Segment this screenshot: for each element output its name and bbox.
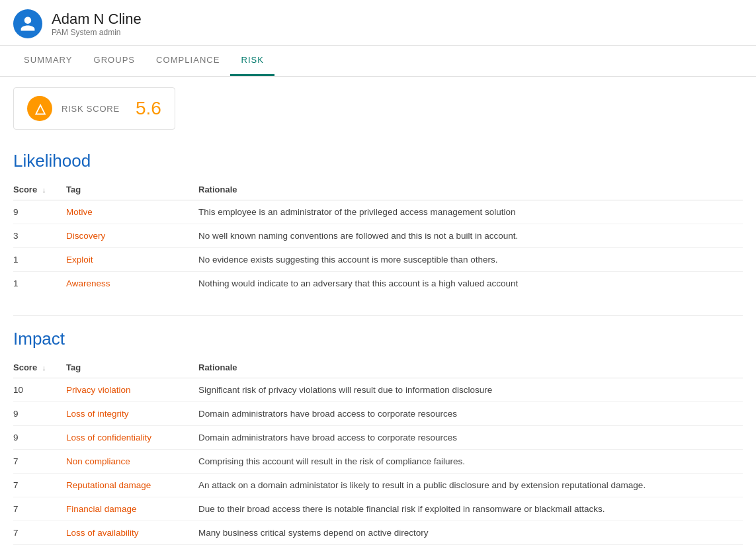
user-info: Adam N Cline PAM System admin — [52, 11, 142, 37]
tab-compliance[interactable]: COMPLIANCE — [146, 46, 230, 76]
likelihood-title: Likelihood — [13, 151, 743, 171]
likelihood-header-row: Score ↓ Tag Rationale — [13, 179, 743, 200]
section-divider — [13, 315, 743, 316]
likelihood-score-col-header: Score ↓ — [13, 179, 66, 200]
tag-cell: Exploit — [66, 248, 198, 272]
impact-tag-col-header: Tag — [66, 357, 198, 378]
rationale-cell: Domain administators can potentially adj… — [198, 545, 743, 548]
likelihood-table: Score ↓ Tag Rationale 9 Motive This empl… — [13, 179, 743, 295]
main-content: △ RISK SCORE 5.6 Likelihood Score ↓ Tag … — [0, 77, 756, 547]
risk-warning-icon: △ — [27, 96, 52, 121]
rationale-cell: Domain administrators have broad access … — [198, 426, 743, 450]
avatar — [13, 9, 42, 38]
tag-cell: Loss of confidentiality — [66, 426, 198, 450]
score-cell: 7 — [13, 450, 66, 474]
tag-cell: Discovery — [66, 224, 198, 248]
rationale-cell: Many business critical systems depend on… — [198, 521, 743, 545]
tag-cell: Financial damage — [66, 497, 198, 521]
likelihood-section: Likelihood Score ↓ Tag Rationale 9 Motiv… — [13, 151, 743, 295]
table-row: 10 Privacy violation Significant risk of… — [13, 378, 743, 402]
impact-header-row: Score ↓ Tag Rationale — [13, 357, 743, 378]
tab-bar: SUMMARY GROUPS COMPLIANCE RISK — [0, 46, 756, 77]
rationale-cell: Due to their broad access there is notab… — [198, 497, 743, 521]
impact-section: Impact Score ↓ Tag Rationale 10 Privacy … — [13, 329, 743, 547]
table-row: 9 Loss of integrity Domain administrator… — [13, 402, 743, 426]
rationale-cell: Domain administrators have broad access … — [198, 402, 743, 426]
sort-icon: ↓ — [42, 186, 46, 194]
tag-cell: Privacy violation — [66, 378, 198, 402]
tag-cell: Non compliance — [66, 450, 198, 474]
tag-cell: Loss of accountability — [66, 545, 198, 548]
impact-score-col-header: Score ↓ — [13, 357, 66, 378]
table-row: 9 Motive This employee is an administrat… — [13, 200, 743, 224]
score-cell: 9 — [13, 426, 66, 450]
tag-cell: Loss of availability — [66, 521, 198, 545]
rationale-cell: This employee is an administrator of the… — [198, 200, 743, 224]
rationale-cell: Nothing would indicate to an adversary t… — [198, 272, 743, 296]
table-row: 9 Loss of confidentiality Domain adminis… — [13, 426, 743, 450]
table-row: 7 Loss of availability Many business cri… — [13, 521, 743, 545]
score-cell: 3 — [13, 224, 66, 248]
score-cell: 7 — [13, 521, 66, 545]
rationale-cell: No well known naming conventions are fol… — [198, 224, 743, 248]
likelihood-rationale-col-header: Rationale — [198, 179, 743, 200]
tab-groups[interactable]: GROUPS — [83, 46, 146, 76]
rationale-cell: Comprising this account will result in t… — [198, 450, 743, 474]
rationale-cell: Significant risk of privacy violations w… — [198, 378, 743, 402]
table-row: 7 Non compliance Comprising this account… — [13, 450, 743, 474]
sort-icon: ↓ — [42, 364, 46, 372]
score-cell: 9 — [13, 402, 66, 426]
table-row: 1 Exploit No evidence exists suggesting … — [13, 248, 743, 272]
table-row: 1 Awareness Nothing would indicate to an… — [13, 272, 743, 296]
tag-cell: Loss of integrity — [66, 402, 198, 426]
user-name: Adam N Cline — [52, 11, 142, 28]
header: Adam N Cline PAM System admin — [0, 0, 756, 46]
table-row: 3 Discovery No well known naming convent… — [13, 224, 743, 248]
risk-score-label: RISK SCORE — [62, 104, 120, 114]
score-cell: 9 — [13, 200, 66, 224]
impact-rationale-col-header: Rationale — [198, 357, 743, 378]
impact-title: Impact — [13, 329, 743, 349]
score-cell: 7 — [13, 474, 66, 497]
table-row: 7 Financial damage Due to their broad ac… — [13, 497, 743, 521]
score-cell: 10 — [13, 378, 66, 402]
table-row: 7 Reputational damage An attack on a dom… — [13, 474, 743, 497]
tag-cell: Motive — [66, 200, 198, 224]
rationale-cell: No evidence exists suggesting this accou… — [198, 248, 743, 272]
score-cell: 1 — [13, 248, 66, 272]
risk-score-card: △ RISK SCORE 5.6 — [13, 87, 175, 130]
likelihood-tag-col-header: Tag — [66, 179, 198, 200]
table-row: 5 Loss of accountability Domain administ… — [13, 545, 743, 548]
user-role: PAM System admin — [52, 28, 142, 37]
score-cell: 7 — [13, 497, 66, 521]
score-cell: 5 — [13, 545, 66, 548]
tab-risk[interactable]: RISK — [230, 46, 274, 76]
risk-score-value: 5.6 — [136, 98, 161, 119]
tab-summary[interactable]: SUMMARY — [13, 46, 83, 76]
impact-table: Score ↓ Tag Rationale 10 Privacy violati… — [13, 357, 743, 547]
tag-cell: Awareness — [66, 272, 198, 296]
score-cell: 1 — [13, 272, 66, 296]
rationale-cell: An attack on a domain administator is li… — [198, 474, 743, 497]
tag-cell: Reputational damage — [66, 474, 198, 497]
